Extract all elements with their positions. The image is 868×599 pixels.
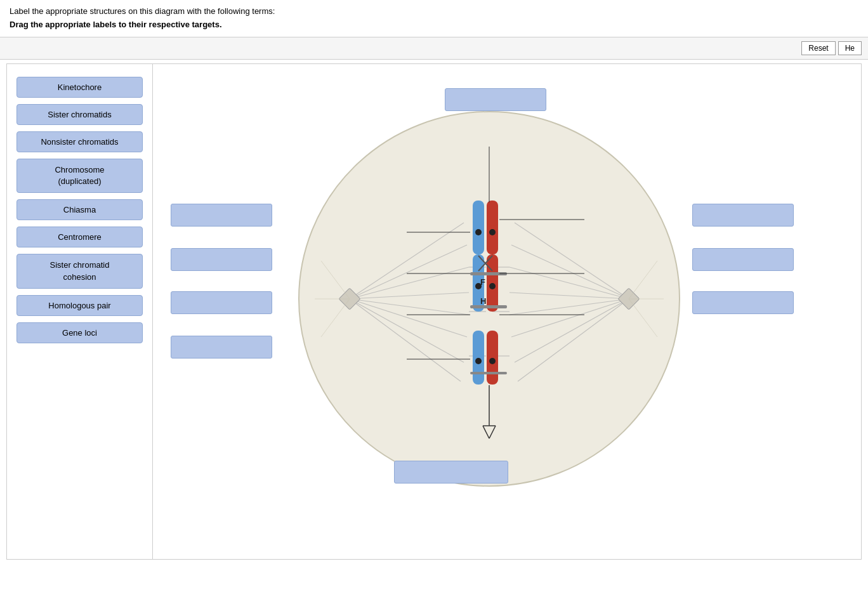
label-sister-chromatids[interactable]: Sister chromatids bbox=[16, 104, 143, 125]
toolbar: Reset He bbox=[0, 37, 868, 60]
svg-point-46 bbox=[489, 358, 496, 364]
label-homologous-pair[interactable]: Homologous pair bbox=[16, 295, 143, 316]
label-panel: Kinetochore Sister chromatids Nonsister … bbox=[7, 64, 153, 559]
main-area: Kinetochore Sister chromatids Nonsister … bbox=[6, 63, 862, 560]
label-nonsister-chromatids[interactable]: Nonsister chromatids bbox=[16, 131, 143, 152]
drag-instruction-text: Drag the appropriate labels to their res… bbox=[10, 20, 858, 29]
drop-box-left-mid[interactable] bbox=[171, 248, 272, 271]
drop-box-right-lower[interactable] bbox=[692, 291, 794, 314]
label-centromere[interactable]: Centromere bbox=[16, 227, 143, 247]
svg-rect-42 bbox=[470, 305, 507, 308]
label-chromosome-duplicated[interactable]: Chromosome(duplicated) bbox=[16, 159, 143, 193]
label-gene-loci[interactable]: Gene loci bbox=[16, 322, 143, 343]
label-sister-chromatid-cohesion[interactable]: Sister chromatidcohesion bbox=[16, 254, 143, 288]
drop-box-right-upper[interactable] bbox=[692, 204, 794, 227]
instruction-text: Label the appropriate structures on this… bbox=[10, 6, 858, 16]
drop-box-left-lower[interactable] bbox=[171, 291, 272, 314]
svg-point-36 bbox=[489, 229, 496, 235]
svg-point-40 bbox=[489, 283, 496, 289]
svg-rect-32 bbox=[473, 201, 484, 226]
drop-box-bottom[interactable] bbox=[394, 461, 508, 484]
svg-rect-35 bbox=[487, 201, 498, 226]
svg-point-33 bbox=[475, 229, 482, 235]
svg-text:H: H bbox=[480, 296, 486, 306]
svg-rect-43 bbox=[473, 331, 484, 385]
svg-rect-47 bbox=[470, 372, 507, 374]
drop-box-top[interactable] bbox=[445, 88, 546, 111]
help-button[interactable]: He bbox=[838, 41, 862, 55]
page-header: Label the appropriate structures on this… bbox=[0, 0, 868, 37]
reset-button[interactable]: Reset bbox=[801, 41, 835, 55]
drop-box-right-mid[interactable] bbox=[692, 248, 794, 271]
drop-box-left-bottom[interactable] bbox=[171, 336, 272, 359]
svg-point-44 bbox=[475, 358, 482, 364]
drop-box-left-upper[interactable] bbox=[171, 204, 272, 227]
svg-rect-45 bbox=[487, 331, 498, 385]
diagram-area: F H bbox=[153, 64, 861, 559]
label-chiasma[interactable]: Chiasma bbox=[16, 199, 143, 220]
label-kinetochore[interactable]: Kinetochore bbox=[16, 77, 143, 98]
cell-diagram: F H bbox=[273, 83, 705, 515]
svg-text:F: F bbox=[480, 277, 485, 287]
diagram-canvas: F H bbox=[159, 70, 855, 553]
